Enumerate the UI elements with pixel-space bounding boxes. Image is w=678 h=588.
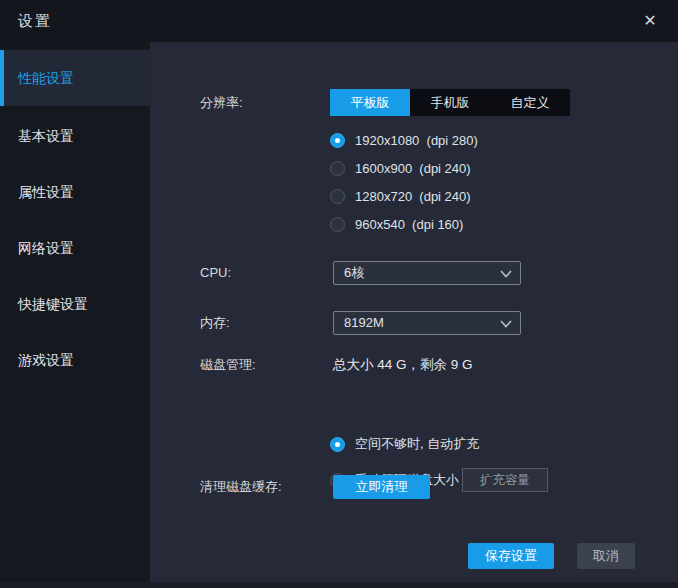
sidebar-item-performance[interactable]: 性能设置	[0, 50, 150, 106]
resolution-option-1280x720[interactable]: 1280x720 (dpi 240)	[330, 182, 478, 210]
sidebar-item-basic[interactable]: 基本设置	[0, 108, 150, 164]
memory-select-value: 8192M	[344, 315, 384, 330]
resolution-option-1600x900[interactable]: 1600x900 (dpi 240)	[330, 154, 478, 182]
resolution-label: 分辨率:	[200, 89, 243, 116]
resolution-options: 1920x1080 (dpi 280) 1600x900 (dpi 240) 1…	[330, 126, 478, 238]
sidebar-item-label: 性能设置	[18, 70, 74, 86]
disk-label: 磁盘管理:	[200, 355, 256, 375]
tab-custom[interactable]: 自定义	[490, 89, 570, 116]
disk-option-label: 空间不够时, 自动扩充	[355, 435, 479, 453]
close-icon[interactable]: ✕	[634, 6, 666, 36]
titlebar: 设置 ✕	[0, 0, 678, 42]
sidebar-item-property[interactable]: 属性设置	[0, 164, 150, 220]
sidebar-item-hotkeys[interactable]: 快捷键设置	[0, 276, 150, 332]
sidebar-item-network[interactable]: 网络设置	[0, 220, 150, 276]
resolution-option-label: 1280x720 (dpi 240)	[355, 189, 471, 204]
chevron-down-icon	[500, 320, 512, 328]
performance-settings-panel: 分辨率: 平板版 手机版 自定义 1920x1080 (dpi 280) 160…	[150, 42, 678, 588]
clean-cache-label: 清理磁盘缓存:	[200, 475, 282, 499]
resolution-option-label: 1600x900 (dpi 240)	[355, 161, 471, 176]
radio-unselected-icon	[330, 217, 345, 232]
radio-selected-icon	[330, 437, 345, 452]
resolution-option-label: 1920x1080 (dpi 280)	[355, 133, 478, 148]
disk-summary: 总大小 44 G，剩余 9 G	[333, 355, 473, 375]
chevron-down-icon	[500, 270, 512, 278]
active-indicator-bar	[0, 50, 4, 106]
window-title: 设置	[18, 0, 52, 42]
expand-capacity-button[interactable]: 扩充容量	[462, 468, 548, 492]
sidebar: 性能设置 基本设置 属性设置 网络设置 快捷键设置 游戏设置	[0, 42, 150, 588]
cpu-select[interactable]: 6核	[333, 261, 521, 285]
radio-unselected-icon	[330, 161, 345, 176]
cancel-button[interactable]: 取消	[577, 543, 635, 569]
sidebar-item-label: 快捷键设置	[18, 296, 88, 312]
tab-phone[interactable]: 手机版	[410, 89, 490, 116]
resolution-tabbar: 平板版 手机版 自定义	[330, 89, 570, 116]
resolution-option-1920x1080[interactable]: 1920x1080 (dpi 280)	[330, 126, 478, 154]
cpu-select-value: 6核	[344, 265, 364, 280]
clean-now-button[interactable]: 立即清理	[333, 475, 430, 499]
memory-select[interactable]: 8192M	[333, 311, 521, 335]
sidebar-item-label: 基本设置	[18, 128, 74, 144]
memory-label: 内存:	[200, 311, 230, 335]
radio-unselected-icon	[330, 189, 345, 204]
resolution-option-960x540[interactable]: 960x540 (dpi 160)	[330, 210, 478, 238]
tab-tablet[interactable]: 平板版	[330, 89, 410, 116]
sidebar-item-label: 游戏设置	[18, 352, 74, 368]
sidebar-item-game[interactable]: 游戏设置	[0, 332, 150, 388]
save-settings-button[interactable]: 保存设置	[468, 543, 554, 569]
window-bottom-edge	[0, 582, 678, 588]
settings-window: 设置 ✕ 性能设置 基本设置 属性设置 网络设置 快捷键设置 游戏设置 分辨率:…	[0, 0, 678, 588]
sidebar-item-label: 属性设置	[18, 184, 74, 200]
resolution-option-label: 960x540 (dpi 160)	[355, 217, 463, 232]
radio-selected-icon	[330, 133, 345, 148]
sidebar-item-label: 网络设置	[18, 240, 74, 256]
cpu-label: CPU:	[200, 261, 231, 285]
disk-option-auto-expand[interactable]: 空间不够时, 自动扩充	[330, 433, 479, 455]
